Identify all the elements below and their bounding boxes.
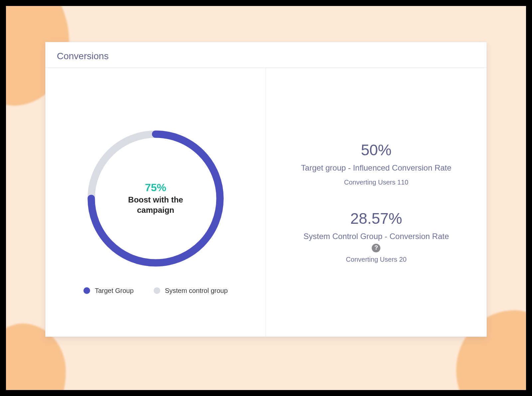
metrics-panel: 50% Target group - Influenced Conversion… bbox=[266, 68, 486, 336]
donut-center-percent: 75% bbox=[145, 182, 166, 194]
donut-center-label: Boost with the campaign bbox=[119, 195, 192, 215]
metric-subtext: Converting Users 20 bbox=[346, 256, 406, 263]
donut-panel: 75% Boost with the campaign Target Group… bbox=[46, 68, 266, 336]
legend-item-control: System control group bbox=[154, 287, 228, 295]
conversions-card: Conversions 75% Boost with the campaign bbox=[45, 42, 487, 337]
card-title: Conversions bbox=[57, 51, 475, 62]
card-body: 75% Boost with the campaign Target Group… bbox=[46, 68, 486, 336]
metric-subtext: Converting Users 110 bbox=[344, 179, 408, 186]
metric-value: 50% bbox=[361, 141, 391, 159]
metric-value: 28.57% bbox=[350, 209, 402, 227]
outer-frame: Conversions 75% Boost with the campaign bbox=[6, 6, 526, 390]
metric-title-row: System Control Group - Conversion Rate bbox=[304, 231, 449, 242]
metric-target-group: 50% Target group - Influenced Conversion… bbox=[301, 141, 451, 186]
legend-label: Target Group bbox=[95, 287, 134, 295]
card-header: Conversions bbox=[46, 42, 486, 68]
legend-item-target: Target Group bbox=[83, 287, 134, 295]
metric-control-group: 28.57% System Control Group - Conversion… bbox=[304, 209, 449, 263]
legend-dot-icon bbox=[83, 287, 90, 294]
donut-center: 75% Boost with the campaign bbox=[82, 125, 229, 272]
metric-title: Target group - Influenced Conversion Rat… bbox=[301, 162, 451, 174]
help-icon[interactable]: ? bbox=[372, 244, 380, 252]
legend-label: System control group bbox=[165, 287, 228, 295]
metric-title: System Control Group - Conversion Rate bbox=[304, 231, 449, 242]
donut-legend: Target Group System control group bbox=[83, 287, 228, 295]
legend-dot-icon bbox=[154, 287, 160, 294]
donut-chart: 75% Boost with the campaign bbox=[82, 125, 229, 272]
